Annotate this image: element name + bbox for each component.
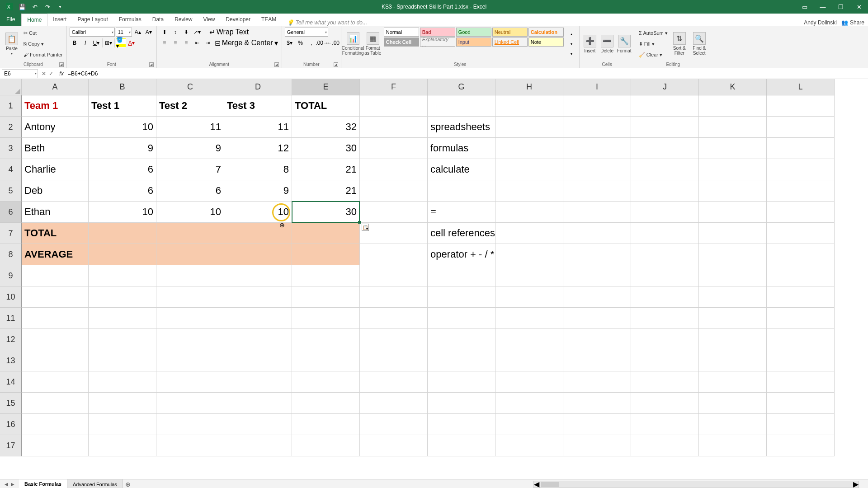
row-header-8[interactable]: 8: [0, 244, 22, 265]
increase-decimal-button[interactable]: .00→: [317, 38, 327, 47]
cell-H17[interactable]: [495, 435, 563, 456]
cell-A2[interactable]: Antony: [22, 117, 89, 138]
cell-K7[interactable]: [699, 223, 767, 244]
currency-button[interactable]: $▾: [285, 38, 295, 47]
paste-button[interactable]: 📋Paste▼: [3, 28, 21, 60]
percent-button[interactable]: %: [296, 38, 306, 47]
cell-H10[interactable]: [495, 286, 563, 308]
cell-D7[interactable]: [224, 223, 292, 244]
cell-I4[interactable]: [563, 159, 631, 180]
cell-H5[interactable]: [495, 180, 563, 202]
column-header-E[interactable]: E: [292, 79, 360, 95]
cell-K14[interactable]: [699, 371, 767, 393]
cell-G2[interactable]: spreadsheets: [428, 117, 495, 138]
cell-E6[interactable]: 30: [292, 202, 360, 223]
cell-A10[interactable]: [22, 286, 89, 308]
decrease-decimal-button[interactable]: ←.00: [328, 38, 338, 47]
cell-E15[interactable]: [292, 393, 360, 414]
cell-L6[interactable]: [767, 202, 835, 223]
cell-I16[interactable]: [563, 414, 631, 435]
cell-J8[interactable]: [631, 244, 699, 265]
cell-H1[interactable]: [495, 95, 563, 117]
cell-G12[interactable]: [428, 329, 495, 350]
row-header-2[interactable]: 2: [0, 117, 22, 138]
style-explanatory[interactable]: Explanatory ...: [420, 38, 455, 47]
row-header-15[interactable]: 15: [0, 393, 22, 414]
cell-C3[interactable]: 9: [156, 138, 224, 159]
cell-H14[interactable]: [495, 371, 563, 393]
conditional-formatting-button[interactable]: 📊Conditional Formatting: [344, 28, 362, 60]
orientation-button[interactable]: ↗▾: [192, 28, 202, 37]
cell-L2[interactable]: [767, 117, 835, 138]
cell-H6[interactable]: [495, 202, 563, 223]
enter-formula-button[interactable]: ✓: [49, 70, 53, 77]
cell-D5[interactable]: 9: [224, 180, 292, 202]
cell-H2[interactable]: [495, 117, 563, 138]
cell-J15[interactable]: [631, 393, 699, 414]
row-header-4[interactable]: 4: [0, 159, 22, 180]
column-header-A[interactable]: A: [22, 79, 89, 95]
font-color-button[interactable]: A▾: [127, 38, 137, 47]
cell-F11[interactable]: [360, 308, 428, 329]
new-sheet-button[interactable]: ⊕: [123, 479, 133, 488]
cell-F5[interactable]: [360, 180, 428, 202]
cell-C6[interactable]: 10: [156, 202, 224, 223]
cell-I5[interactable]: [563, 180, 631, 202]
sheet-nav-last[interactable]: ▶: [11, 482, 14, 487]
minimize-button[interactable]: —: [814, 0, 832, 14]
autofill-options-button[interactable]: 📋: [362, 224, 369, 231]
cell-H3[interactable]: [495, 138, 563, 159]
cell-A9[interactable]: [22, 265, 89, 286]
cell-K13[interactable]: [699, 350, 767, 371]
cell-E5[interactable]: 21: [292, 180, 360, 202]
cell-H11[interactable]: [495, 308, 563, 329]
cell-A15[interactable]: [22, 393, 89, 414]
styles-scroll-up[interactable]: ▴: [566, 29, 576, 38]
align-top-button[interactable]: ⬆: [160, 28, 170, 37]
cell-G1[interactable]: [428, 95, 495, 117]
tab-team[interactable]: TEAM: [256, 13, 282, 26]
insert-cells-button[interactable]: ➕Insert: [582, 28, 598, 60]
tab-developer[interactable]: Developer: [220, 13, 256, 26]
tab-review[interactable]: Review: [169, 13, 198, 26]
cell-J12[interactable]: [631, 329, 699, 350]
cell-J16[interactable]: [631, 414, 699, 435]
cell-B17[interactable]: [89, 435, 156, 456]
cell-E10[interactable]: [292, 286, 360, 308]
cell-K1[interactable]: [699, 95, 767, 117]
cell-E3[interactable]: 30: [292, 138, 360, 159]
align-left-button[interactable]: ≡: [160, 38, 170, 47]
cell-I6[interactable]: [563, 202, 631, 223]
row-header-17[interactable]: 17: [0, 435, 22, 456]
cell-J10[interactable]: [631, 286, 699, 308]
decrease-indent-button[interactable]: ⇤: [192, 38, 202, 47]
cell-C16[interactable]: [156, 414, 224, 435]
cell-K11[interactable]: [699, 308, 767, 329]
tab-formulas[interactable]: Formulas: [113, 13, 147, 26]
style-linked-cell[interactable]: Linked Cell: [492, 38, 528, 47]
cell-B13[interactable]: [89, 350, 156, 371]
tab-home[interactable]: Home: [21, 14, 47, 26]
cell-G13[interactable]: [428, 350, 495, 371]
cell-H12[interactable]: [495, 329, 563, 350]
cell-J2[interactable]: [631, 117, 699, 138]
cell-D4[interactable]: 8: [224, 159, 292, 180]
sheet-tab-basic-formulas[interactable]: Basic Formulas: [19, 479, 67, 488]
cell-F16[interactable]: [360, 414, 428, 435]
ribbon-options-button[interactable]: ▭: [796, 0, 814, 14]
cell-I1[interactable]: [563, 95, 631, 117]
cell-C13[interactable]: [156, 350, 224, 371]
cell-F3[interactable]: [360, 138, 428, 159]
cell-A13[interactable]: [22, 350, 89, 371]
cell-D3[interactable]: 12: [224, 138, 292, 159]
styles-more[interactable]: ▾: [566, 49, 576, 58]
cell-F17[interactable]: [360, 435, 428, 456]
underline-button[interactable]: U▾: [91, 38, 101, 47]
cell-B1[interactable]: Test 1: [89, 95, 156, 117]
cell-G11[interactable]: [428, 308, 495, 329]
cell-E1[interactable]: TOTAL: [292, 95, 360, 117]
close-button[interactable]: ✕: [850, 0, 868, 14]
cell-F2[interactable]: [360, 117, 428, 138]
cell-J13[interactable]: [631, 350, 699, 371]
cell-C2[interactable]: 11: [156, 117, 224, 138]
